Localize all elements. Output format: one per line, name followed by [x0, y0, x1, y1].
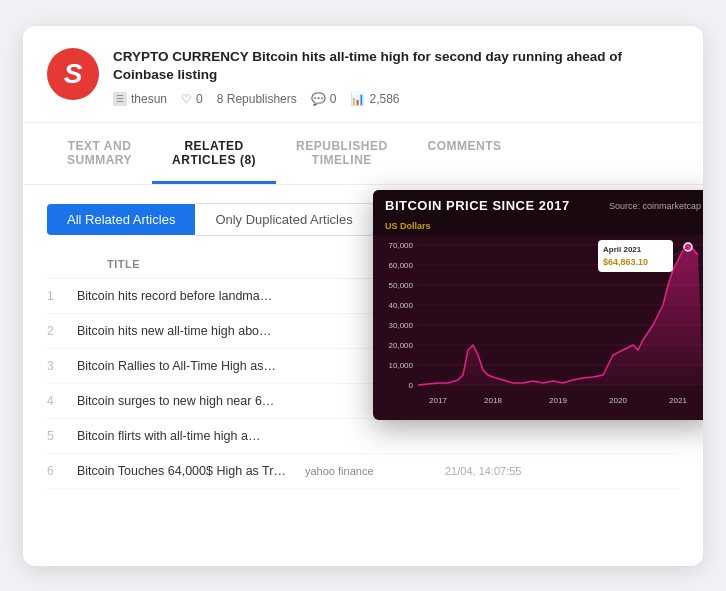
svg-text:2019: 2019 — [549, 396, 567, 405]
comment-icon: 💬 — [311, 92, 326, 106]
table-row[interactable]: 5 Bitcoin flirts with all-time high a… — [47, 419, 679, 454]
svg-text:$64,863.10: $64,863.10 — [603, 257, 648, 267]
tab-comments[interactable]: COMMENTS — [408, 123, 522, 184]
svg-text:60,000: 60,000 — [389, 261, 414, 270]
filter-all-btn[interactable]: All Related Articles — [47, 204, 195, 235]
source-icon: ☰ — [113, 92, 127, 106]
tab-republished-timeline[interactable]: REPUBLISHEDTIMELINE — [276, 123, 408, 184]
table-row[interactable]: 6 Bitcoin Touches 64,000$ High as Trader… — [47, 454, 679, 489]
chart-sub-row: US Dollars — [373, 219, 703, 235]
svg-text:0: 0 — [409, 381, 414, 390]
tab-related-articles[interactable]: RELATEDARTICLES (8) — [152, 123, 276, 184]
views-icon: 📊 — [350, 92, 365, 106]
comments-count: 0 — [330, 92, 337, 106]
svg-text:2020: 2020 — [609, 396, 627, 405]
row-num: 6 — [47, 464, 77, 478]
svg-text:40,000: 40,000 — [389, 301, 414, 310]
filter-duplicated-btn[interactable]: Only Duplicated Articles — [195, 203, 373, 236]
tab-bar: TEXT ANDSUMMARY RELATEDARTICLES (8) REPU… — [23, 123, 703, 185]
article-header: S CRYPTO CURRENCY Bitcoin hits all-time … — [23, 26, 703, 124]
svg-text:30,000: 30,000 — [389, 321, 414, 330]
source-logo: S — [47, 48, 99, 100]
svg-text:April 2021: April 2021 — [603, 245, 642, 254]
views-meta: 📊 2,586 — [350, 92, 399, 106]
tab-text-summary[interactable]: TEXT ANDSUMMARY — [47, 123, 152, 184]
svg-text:20,000: 20,000 — [389, 341, 414, 350]
comments-meta: 💬 0 — [311, 92, 337, 106]
meta-row: ☰ thesun ♡ 0 8 Republishers 💬 0 📊 2,586 — [113, 92, 679, 106]
source-meta: ☰ thesun — [113, 92, 167, 106]
row-num: 5 — [47, 429, 77, 443]
bitcoin-chart-overlay: BITCOIN PRICE SINCE 2017 Source: coinmar… — [373, 190, 703, 420]
chart-source: Source: coinmarketcap — [609, 201, 701, 211]
article-title: CRYPTO CURRENCY Bitcoin hits all-time hi… — [113, 48, 679, 86]
svg-text:70,000: 70,000 — [389, 241, 414, 250]
likes-count: 0 — [196, 92, 203, 106]
row-num: 1 — [47, 289, 77, 303]
articles-table: TITLE SOURCE DATE 1 Bitcoin hits record … — [23, 250, 703, 489]
row-num: 3 — [47, 359, 77, 373]
row-date: 21/04, 14:07:55 — [445, 465, 555, 477]
chart-main-title: BITCOIN PRICE SINCE 2017 — [385, 198, 570, 213]
chart-svg-area: 70,000 60,000 50,000 40,000 30,000 20,00… — [373, 235, 703, 410]
row-title: Bitcoin Touches 64,000$ High as Traders … — [77, 464, 297, 478]
row-num: 2 — [47, 324, 77, 338]
col-num-header — [77, 258, 107, 270]
source-name: thesun — [131, 92, 167, 106]
row-source: yahoo finance — [305, 465, 445, 477]
svg-text:50,000: 50,000 — [389, 281, 414, 290]
chart-title-bar: BITCOIN PRICE SINCE 2017 Source: coinmar… — [373, 190, 703, 219]
row-num: 4 — [47, 394, 77, 408]
heart-icon: ♡ — [181, 92, 192, 106]
republishers-meta: 8 Republishers — [217, 92, 297, 106]
republishers-count: 8 Republishers — [217, 92, 297, 106]
svg-text:2021: 2021 — [669, 396, 687, 405]
views-count: 2,586 — [369, 92, 399, 106]
svg-text:2017: 2017 — [429, 396, 447, 405]
chart-currency-label: US Dollars — [385, 221, 431, 231]
logo-letter: S — [64, 60, 83, 88]
likes-meta: ♡ 0 — [181, 92, 203, 106]
svg-text:10,000: 10,000 — [389, 361, 414, 370]
row-title: Bitcoin flirts with all-time high a… — [77, 429, 679, 443]
header-info: CRYPTO CURRENCY Bitcoin hits all-time hi… — [113, 48, 679, 107]
svg-text:2018: 2018 — [484, 396, 502, 405]
main-card: S CRYPTO CURRENCY Bitcoin hits all-time … — [23, 26, 703, 566]
